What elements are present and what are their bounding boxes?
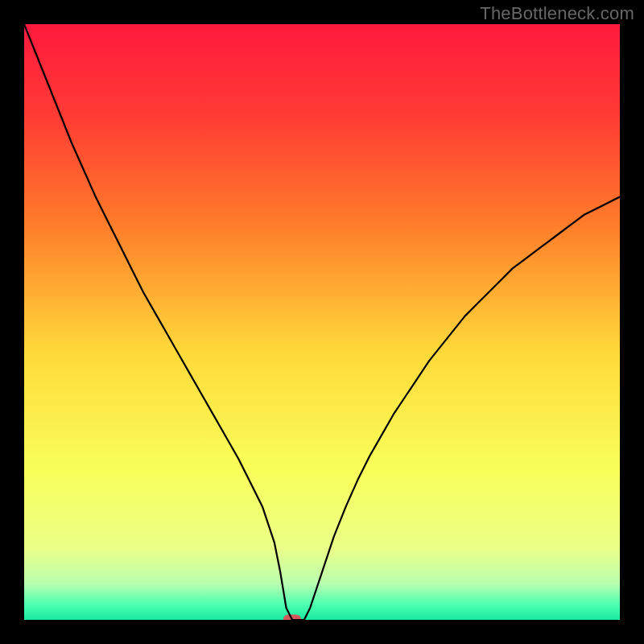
chart-frame: TheBottleneck.com bbox=[0, 0, 644, 644]
watermark-text: TheBottleneck.com bbox=[480, 3, 634, 24]
gradient-background bbox=[24, 24, 620, 620]
chart-svg bbox=[24, 24, 620, 620]
plot-area bbox=[24, 24, 620, 620]
